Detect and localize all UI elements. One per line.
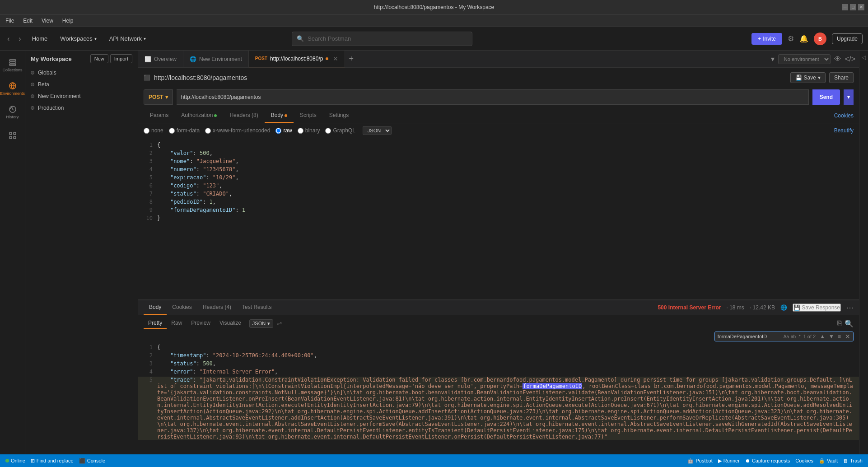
send-dropdown-button[interactable]: ▾ [844, 89, 854, 105]
upgrade-button[interactable]: Upgrade [832, 33, 863, 44]
back-button[interactable]: ‹ [5, 33, 11, 45]
main-toolbar: ‹ › Home Workspaces ▾ API Network ▾ 🔍 Se… [0, 27, 868, 51]
env-item-new-environment[interactable]: New Environment [25, 90, 138, 102]
notification-button[interactable]: 🔔 [799, 34, 808, 43]
sidebar-item-environments[interactable]: Environments [2, 78, 23, 99]
api-network-button[interactable]: API Network ▾ [106, 33, 149, 44]
new-button[interactable]: New [90, 54, 108, 63]
search-bar[interactable]: 🔍 Search Postman [292, 32, 472, 46]
tab-body[interactable]: Body [265, 108, 294, 123]
resp-line: 2 "timestamp": "2024-10-25T06:24:44.469+… [138, 352, 859, 360]
body-graphql[interactable]: GraphQL [325, 127, 355, 134]
env-item-production[interactable]: Production [25, 102, 138, 114]
trash-button[interactable]: 🗑 Trash [843, 458, 863, 463]
tab-headers[interactable]: Headers (8) [223, 108, 264, 123]
search-prev-button[interactable]: ▲ [818, 333, 826, 340]
url-input[interactable] [177, 89, 809, 105]
sidebar-item-apps[interactable] [2, 125, 23, 146]
beautify-link[interactable]: Beautify [834, 127, 854, 134]
menu-help[interactable]: Help [61, 17, 75, 25]
right-panel-toggle[interactable]: ◁ [862, 54, 866, 61]
env-item-beta[interactable]: Beta [25, 79, 138, 90]
body-none[interactable]: none [144, 127, 163, 134]
add-tab-button[interactable]: + [345, 54, 357, 64]
workspaces-button[interactable]: Workspaces ▾ [56, 33, 100, 44]
resp-tab-body[interactable]: Body [144, 300, 167, 315]
more-options-button[interactable]: ⋯ [846, 304, 854, 312]
resp-tab-test-results[interactable]: Test Results [237, 300, 277, 315]
regex-button[interactable]: .* [798, 334, 801, 339]
settings-button[interactable]: ⚙ [788, 34, 794, 43]
resp-line: 1 { [138, 344, 859, 352]
body-raw[interactable]: raw [275, 127, 292, 134]
resp-tab-cookies[interactable]: Cookies [167, 300, 197, 315]
view-pretty-button[interactable]: Pretty [144, 318, 167, 329]
body-urlencoded[interactable]: x-www-form-urlencoded [205, 127, 270, 134]
env-settings-button[interactable]: 👁 [834, 55, 841, 63]
response-body: 1 { 2 "timestamp": "2024-10-25T06:24:44.… [138, 344, 859, 454]
save-button[interactable]: 💾 Save ▾ [790, 72, 826, 83]
whole-word-button[interactable]: ab [791, 334, 796, 339]
save-response-button[interactable]: 💾 Save Response [793, 304, 841, 312]
copy-button[interactable]: ⎘ [837, 319, 842, 327]
sidebar-item-history[interactable]: History [2, 101, 23, 123]
tab-scripts[interactable]: Scripts [294, 108, 323, 123]
console-button[interactable]: ⬛ Console [79, 458, 105, 464]
import-button[interactable]: Import [110, 54, 132, 63]
resp-tab-headers[interactable]: Headers (4) [197, 300, 237, 315]
tab-settings[interactable]: Settings [323, 108, 355, 123]
body-form-data[interactable]: form-data [169, 127, 200, 134]
find-replace-icon: ⊞ [31, 458, 35, 464]
env-item-globals[interactable]: Globals [25, 67, 138, 79]
tab-close-button[interactable]: ✕ [333, 55, 338, 62]
home-button[interactable]: Home [28, 33, 51, 44]
request-body-editor[interactable]: 1 { 2 "valor": 500, 3 "nome": "Jacquelin… [138, 138, 859, 300]
tab-params[interactable]: Params [144, 108, 175, 123]
response-search-bar[interactable]: Aa ab .* 1 of 2 ▲ ▼ ≡ ✕ [714, 332, 854, 341]
console-icon: ⬛ [79, 458, 85, 464]
tab-overview[interactable]: ⬜ Overview [138, 51, 183, 68]
response-search-input[interactable] [718, 334, 781, 339]
tabs-dropdown-button[interactable]: ▾ [771, 55, 775, 63]
match-case-button[interactable]: Aa [784, 334, 789, 339]
json-format-select[interactable]: JSON ▾ [249, 319, 273, 328]
format-select[interactable]: JSON Text XML [363, 126, 392, 135]
menu-view[interactable]: View [40, 17, 55, 25]
search-close-button[interactable]: ✕ [845, 333, 850, 340]
send-button[interactable]: Send [812, 89, 840, 105]
find-replace-button[interactable]: ⊞ Find and replace [31, 458, 74, 464]
sidebar-item-collections[interactable]: Collections [2, 54, 23, 76]
online-button[interactable]: Online [5, 458, 25, 463]
menu-edit[interactable]: Edit [21, 17, 34, 25]
tab-request[interactable]: POST http://localhost:8080/p ✕ [249, 51, 345, 68]
forward-button[interactable]: › [17, 33, 23, 45]
maximize-button[interactable]: □ [850, 4, 856, 10]
menu-file[interactable]: File [4, 17, 16, 25]
filter-icon[interactable]: ⇌ [277, 320, 282, 327]
minimize-button[interactable]: ─ [842, 4, 848, 10]
svg-rect-5 [9, 132, 12, 135]
avatar[interactable]: B [814, 33, 826, 45]
search-response-button[interactable]: 🔍 [845, 319, 854, 328]
body-binary[interactable]: binary [298, 127, 320, 134]
window-controls[interactable]: ─ □ ✕ [842, 4, 864, 10]
tab-authorization[interactable]: Authorization [175, 108, 223, 123]
view-preview-button[interactable]: Preview [187, 318, 215, 329]
code-button[interactable]: </> [845, 55, 855, 63]
tab-new-environment[interactable]: 🌐 New Environment [183, 51, 249, 68]
invite-button[interactable]: + Invite [751, 33, 782, 45]
close-button[interactable]: ✕ [858, 4, 864, 10]
search-list-button[interactable]: ≡ [836, 333, 842, 340]
cookies-button[interactable]: Cookies [795, 458, 813, 463]
environment-select[interactable]: No environment [778, 54, 831, 64]
share-button[interactable]: Share [829, 72, 854, 83]
method-select[interactable]: POST ▾ [144, 89, 173, 105]
runner-button[interactable]: ▶ Runner [718, 458, 740, 464]
view-raw-button[interactable]: Raw [167, 318, 187, 329]
search-next-button[interactable]: ▼ [827, 333, 835, 340]
vault-button[interactable]: 🔒 Vault [819, 458, 838, 464]
capture-button[interactable]: ⏺ Capture requests [745, 458, 790, 463]
view-visualize-button[interactable]: Visualize [215, 318, 246, 329]
postbot-button[interactable]: 🤖 Postbot [687, 458, 712, 464]
cookies-link[interactable]: Cookies [834, 112, 854, 119]
